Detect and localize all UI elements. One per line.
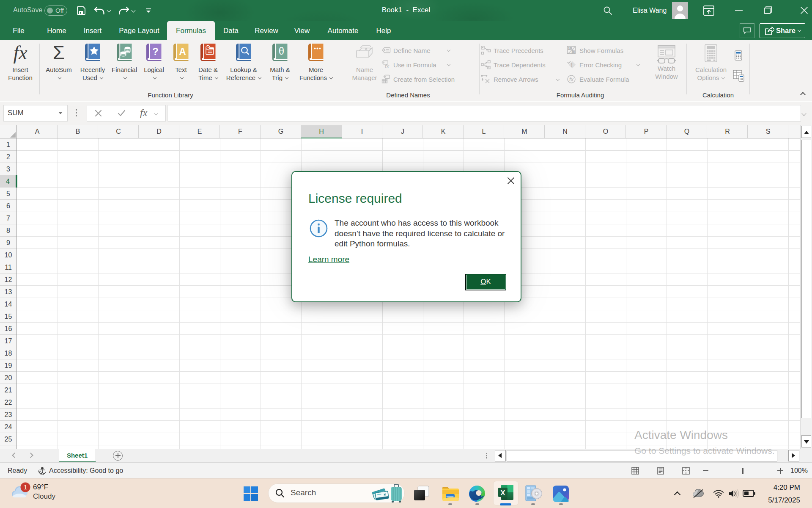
svg-text:A: A: [179, 46, 186, 57]
svg-text:θ: θ: [279, 45, 284, 57]
svg-text:fx: fx: [572, 50, 575, 54]
svg-text:fx: fx: [385, 63, 390, 69]
svg-text:fx: fx: [569, 76, 574, 83]
svg-text:?: ?: [152, 46, 159, 57]
svg-text:!: !: [571, 62, 573, 68]
svg-text:1: 1: [24, 483, 27, 491]
svg-text:X: X: [500, 489, 505, 497]
